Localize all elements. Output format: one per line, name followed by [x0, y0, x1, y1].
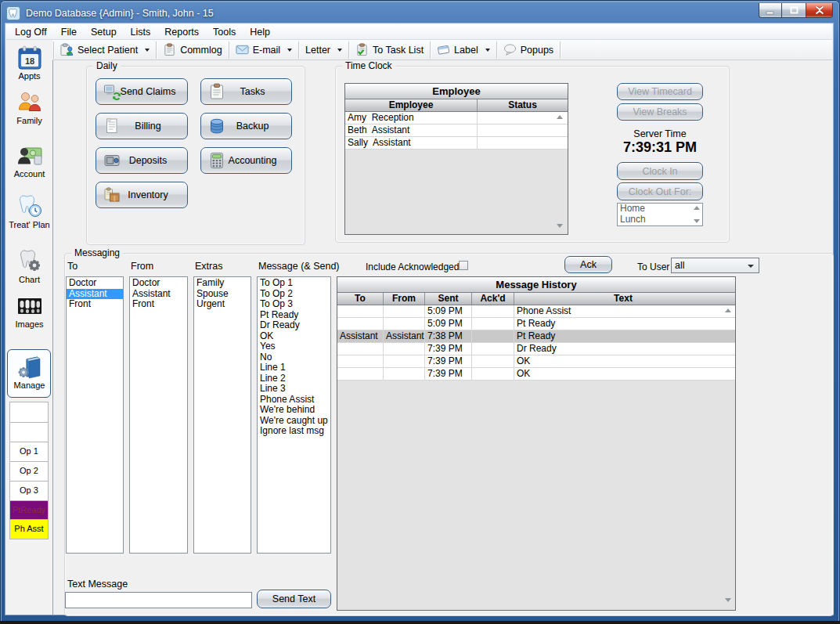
operatory-cell-op-3[interactable]: Op 3 [9, 482, 49, 501]
clock-out-option[interactable]: Home [618, 204, 702, 215]
list-item[interactable]: Phone Assist [258, 395, 330, 406]
include-acknowledged-checkbox[interactable] [459, 261, 468, 270]
daily-button-tasks[interactable]: Tasks [200, 78, 292, 105]
menu-item-reports[interactable]: Reports [157, 25, 206, 39]
toolbar-button-select-patient[interactable]: Select Patient [55, 41, 155, 60]
list-item[interactable]: To Op 2 [258, 289, 330, 300]
list-item[interactable]: Front [130, 299, 187, 310]
minimize-button[interactable] [759, 3, 782, 18]
daily-button-billing[interactable]: Billing [96, 113, 188, 139]
dropdown-arrow-icon[interactable] [337, 49, 342, 52]
list-item[interactable]: No [258, 352, 330, 363]
dropdown-arrow-icon[interactable] [485, 49, 490, 52]
daily-button-accounting[interactable]: Accounting [200, 147, 292, 174]
daily-button-inventory[interactable]: Inventory [96, 182, 188, 208]
operatory-cell-empty[interactable] [9, 402, 49, 423]
list-item[interactable]: Front [67, 299, 123, 310]
grid-row[interactable]: 5:09 PMPt Ready [337, 318, 735, 330]
operatory-cell-op-1[interactable]: Op 1 [9, 442, 49, 462]
grid-cell [478, 137, 568, 149]
list-item[interactable]: OK [258, 331, 330, 342]
menu-item-setup[interactable]: Setup [84, 25, 124, 39]
list-item[interactable]: Family [194, 278, 251, 289]
toolbar-button-popups[interactable]: Popups [498, 41, 559, 60]
list-item[interactable]: Assistant [130, 289, 187, 300]
clock-out-option[interactable]: Lunch [618, 215, 702, 225]
operatory-cell-ptready[interactable]: PtReady [9, 501, 49, 520]
list-item[interactable]: Urgent [194, 299, 251, 310]
list-item[interactable]: Doctor [67, 278, 123, 289]
list-item[interactable]: To Op 1 [258, 278, 330, 289]
list-item[interactable]: Ignore last msg [258, 426, 330, 437]
scroll-down-icon[interactable] [694, 219, 700, 223]
grid-column-header: Employee [345, 99, 478, 111]
view-timecard-button[interactable]: View Timecard [617, 83, 703, 100]
sidebar-item-appts[interactable]: 18Appts [6, 45, 52, 81]
sidebar-item-chart[interactable]: Chart [6, 248, 52, 284]
list-item[interactable]: Doctor [130, 278, 187, 289]
sidebar-item-family[interactable]: Family [6, 89, 52, 125]
clock-out-button[interactable]: Clock Out For: [617, 182, 703, 200]
grid-row[interactable]: 7:39 PMOK [337, 355, 735, 368]
scroll-down-icon[interactable] [557, 224, 563, 228]
list-item[interactable]: To Op 3 [258, 299, 330, 310]
grid-row[interactable]: Sally Assistant [345, 137, 568, 150]
list-item[interactable]: Yes [258, 341, 330, 352]
grid-row[interactable]: Beth Assistant [345, 124, 568, 137]
clock-in-button[interactable]: Clock In [617, 162, 703, 180]
close-button[interactable] [806, 3, 833, 18]
dropdown-arrow-icon[interactable] [287, 49, 292, 52]
to-user-combobox[interactable]: all [671, 258, 759, 273]
dropdown-arrow-icon[interactable] [145, 49, 150, 52]
maximize-button[interactable] [782, 3, 806, 18]
sidebar-item-account[interactable]: Account [6, 142, 52, 179]
list-item[interactable]: Pt Ready [258, 310, 330, 321]
grid-title: Employee [345, 84, 568, 99]
scroll-up-icon[interactable] [694, 206, 700, 210]
list-item[interactable]: We're caught up [258, 416, 330, 427]
operatory-cell-empty[interactable] [9, 423, 49, 442]
toolbar-button-commlog[interactable]: Commlog [157, 41, 228, 60]
operatory-cell-ph-asst[interactable]: Ph Asst [9, 520, 49, 539]
ack-button[interactable]: Ack [564, 256, 612, 273]
list-item[interactable]: Dr Ready [258, 320, 330, 331]
grid-cell [337, 343, 384, 355]
grid-row[interactable]: 7:39 PMOK [337, 368, 735, 381]
list-item[interactable]: Line 3 [258, 384, 330, 395]
grid-row[interactable]: 5:09 PMPhone Assist [337, 305, 735, 318]
grid-row[interactable]: AssistantAssistant7:38 PMPt Ready [337, 330, 735, 343]
list-item[interactable]: Line 1 [258, 362, 330, 373]
sidebar-item-manage[interactable]: Manage [6, 354, 52, 390]
list-item[interactable]: We're behind [258, 405, 330, 416]
text-message-input[interactable] [65, 592, 252, 608]
list-item[interactable]: Spouse [194, 289, 251, 300]
toolbar-button-label[interactable]: Label [431, 41, 496, 60]
send-text-button[interactable]: Send Text [257, 590, 331, 608]
clock-out-options-list[interactable]: HomeLunch [617, 203, 703, 226]
daily-button-send-claims[interactable]: Send Claims [96, 78, 188, 105]
menu-item-log-off[interactable]: Log Off [8, 25, 54, 39]
view-breaks-button[interactable]: View Breaks [617, 103, 703, 121]
grid-cell [472, 330, 514, 342]
scroll-up-icon[interactable] [557, 115, 563, 119]
toolbar-button-e-mail[interactable]: E-mail [230, 41, 297, 60]
sidebar-item-treat-plan[interactable]: Treat' Plan [6, 193, 52, 229]
toolbar-button-letter[interactable]: Letter [300, 41, 348, 60]
scroll-down-icon[interactable] [725, 598, 731, 602]
list-item[interactable]: Line 2 [258, 373, 330, 384]
daily-button-deposits[interactable]: Deposits [96, 147, 188, 174]
menu-item-file[interactable]: File [54, 25, 84, 39]
toolbar-button-to-task-list[interactable]: To Task List [350, 41, 429, 60]
menu-item-tools[interactable]: Tools [206, 25, 243, 39]
sidebar-item-images[interactable]: Images [6, 293, 52, 329]
daily-button-backup[interactable]: Backup [200, 113, 292, 139]
menu-item-lists[interactable]: Lists [124, 25, 158, 39]
grid-row[interactable]: 7:39 PMDr Ready [337, 343, 735, 355]
operatory-cell-op-2[interactable]: Op 2 [9, 462, 49, 482]
scroll-up-icon[interactable] [725, 308, 731, 312]
toolbar-button-label: Select Patient [78, 45, 138, 56]
grid-row[interactable]: Amy Reception [345, 112, 568, 124]
list-item[interactable]: Assistant [67, 289, 123, 300]
toolbar-separator [156, 41, 157, 59]
menu-item-help[interactable]: Help [243, 25, 277, 39]
